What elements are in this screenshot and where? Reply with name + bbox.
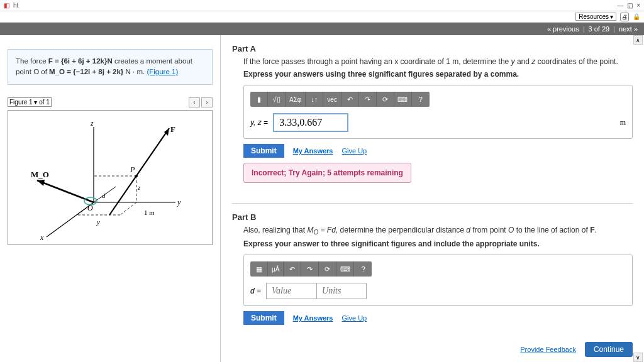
- chevron-down-icon: ▾: [610, 13, 613, 20]
- tb-vec-icon[interactable]: vec: [323, 92, 341, 107]
- problem-statement: The force F = {6i + 6j + 12k}N creates a…: [8, 49, 213, 85]
- part-b-answer-box: ▦ μÅ ↶ ↷ ⟳ ⌨ ? d =: [243, 255, 633, 306]
- tb-reset-icon[interactable]: ⟳: [319, 261, 336, 277]
- svg-text:z: z: [90, 119, 94, 128]
- question-nav: « previous | 3 of 29 | next »: [0, 23, 644, 35]
- answer-area: ∧ Part A If the force passes through a p…: [220, 35, 644, 362]
- part-a-my-answers-link[interactable]: My Answers: [293, 147, 333, 155]
- tb-undo-icon[interactable]: ↶: [341, 92, 359, 107]
- tb-help-icon[interactable]: ?: [354, 261, 372, 277]
- continue-button[interactable]: Continue: [585, 342, 633, 357]
- part-a-var-label: y, z =: [250, 118, 268, 127]
- tb-undo-icon[interactable]: ↶: [284, 261, 301, 277]
- svg-text:M_O: M_O: [31, 170, 49, 179]
- tb-keyboard-icon[interactable]: ⌨: [336, 261, 354, 277]
- tab-title: ht: [13, 2, 18, 9]
- nav-position: 3 of 29: [589, 25, 610, 33]
- part-b-var-label: d =: [250, 287, 261, 295]
- figure-prev-button[interactable]: ‹: [189, 97, 200, 107]
- svg-text:1 m: 1 m: [144, 209, 155, 216]
- svg-text:x: x: [40, 233, 44, 240]
- figure-canvas: z y x M_O F P z: [8, 110, 213, 245]
- part-a-feedback: Incorrect; Try Again; 5 attempts remaini…: [243, 163, 411, 183]
- provide-feedback-link[interactable]: Provide Feedback: [520, 346, 576, 353]
- svg-text:y: y: [177, 198, 181, 207]
- tb-root-icon[interactable]: √▯: [268, 92, 286, 107]
- part-a-answer-box: ▮ √▯ ΑΣφ ↓↑ vec ↶ ↷ ⟳ ⌨ ? y, z = m: [243, 85, 633, 139]
- app-toolbar: Resources▾ 🖨 🔒: [0, 11, 644, 23]
- part-b-my-answers-link[interactable]: My Answers: [293, 314, 333, 322]
- tb-subscript-icon[interactable]: ↓↑: [306, 92, 323, 107]
- tb-keyboard-icon[interactable]: ⌨: [394, 92, 412, 107]
- svg-line-9: [109, 128, 169, 215]
- svg-line-17: [120, 202, 136, 215]
- part-b-instruction: Express your answer to three significant…: [232, 239, 633, 248]
- window-maximize[interactable]: ◱: [627, 2, 633, 9]
- part-a-submit-button[interactable]: Submit: [243, 144, 284, 158]
- part-b-desc: Also, realizing that MO = Fd, determine …: [232, 226, 633, 236]
- browser-topbar: ◧ht — ◱ ×: [0, 0, 644, 11]
- part-a-unit: m: [620, 118, 626, 128]
- window-close[interactable]: ×: [636, 2, 640, 9]
- nav-next[interactable]: next »: [619, 25, 638, 33]
- part-a-instruction: Express your answers using three signifi…: [232, 70, 633, 79]
- part-b-title: Part B: [232, 212, 633, 222]
- svg-marker-7: [37, 180, 45, 186]
- svg-text:P: P: [130, 165, 135, 174]
- part-a-answer-input[interactable]: [273, 113, 348, 132]
- tb-greek-icon[interactable]: ΑΣφ: [286, 92, 306, 107]
- part-b-give-up-link[interactable]: Give Up: [341, 314, 367, 322]
- svg-line-4: [47, 202, 94, 237]
- part-a-title: Part A: [232, 44, 633, 53]
- part-b-value-input[interactable]: [266, 283, 316, 299]
- part-a-give-up-link[interactable]: Give Up: [341, 147, 367, 155]
- part-a-toolbar: ▮ √▯ ΑΣφ ↓↑ vec ↶ ↷ ⟳ ⌨ ?: [250, 92, 430, 107]
- tb-redo-icon[interactable]: ↷: [359, 92, 377, 107]
- lock-icon: 🔒: [633, 13, 640, 20]
- print-icon[interactable]: 🖨: [620, 13, 629, 21]
- tb-redo-icon[interactable]: ↷: [301, 261, 319, 277]
- svg-text:F: F: [170, 124, 175, 134]
- figure-next-button[interactable]: ›: [201, 97, 213, 107]
- tb-reset-icon[interactable]: ⟳: [377, 92, 394, 107]
- nav-previous[interactable]: « previous: [547, 25, 579, 33]
- figure-link[interactable]: (Figure 1): [147, 68, 178, 75]
- scroll-up-button[interactable]: ∧: [633, 35, 643, 45]
- svg-text:y: y: [96, 218, 100, 226]
- tb-help-icon[interactable]: ?: [412, 92, 430, 107]
- window-minimize[interactable]: —: [617, 2, 623, 9]
- tb-units-icon[interactable]: μÅ: [268, 261, 284, 277]
- tb-template-icon[interactable]: ▦: [250, 261, 268, 277]
- part-b-units-input[interactable]: [316, 283, 367, 299]
- scroll-down-button[interactable]: ∨: [633, 353, 643, 362]
- part-b-toolbar: ▦ μÅ ↶ ↷ ⟳ ⌨ ?: [250, 261, 372, 277]
- resources-dropdown[interactable]: Resources▾: [575, 13, 616, 21]
- figure-section: Figure 1 ▾ of 1 ‹ › z y x M_O: [8, 97, 213, 245]
- svg-text:d: d: [102, 192, 106, 199]
- svg-text:z: z: [137, 184, 141, 191]
- tb-template-icon[interactable]: ▮: [250, 92, 268, 107]
- part-b-submit-button[interactable]: Submit: [243, 311, 284, 325]
- figure-selector[interactable]: Figure 1 ▾ of 1: [8, 97, 52, 107]
- part-a-desc: If the force passes through a point havi…: [232, 57, 633, 66]
